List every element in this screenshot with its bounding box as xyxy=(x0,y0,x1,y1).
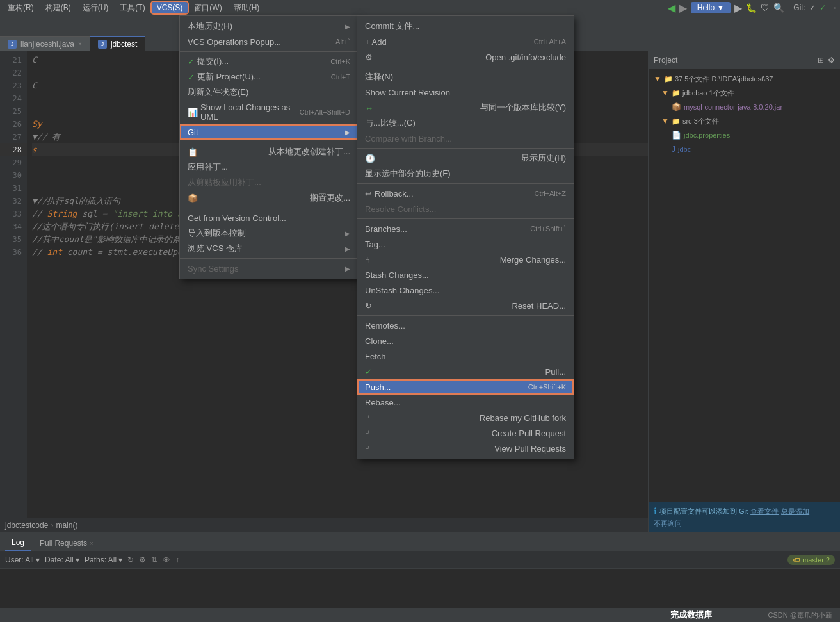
bottom-tab-log[interactable]: Log xyxy=(5,536,31,551)
vcs-menu-refresh[interactable]: 刷新文件状态(E) xyxy=(180,85,358,100)
info-link-view[interactable]: 查看文件 xyxy=(750,507,779,516)
git-show-selected-history[interactable]: 显示选中部分的历史(F) xyxy=(357,166,574,181)
menu-window[interactable]: 窗口(W) xyxy=(189,1,227,15)
vcs-menu-create-patch[interactable]: 📋 从本地更改创建补丁... xyxy=(180,144,358,160)
git-branches[interactable]: Branches... Ctrl+Shift+` xyxy=(357,221,574,236)
git-clone[interactable]: Clone... xyxy=(357,333,574,348)
git-open-exclude[interactable]: ⚙ Open .git/info/exclude xyxy=(357,49,574,65)
tree-item-jdbc[interactable]: J jdbc xyxy=(649,142,840,156)
tab-lianjieceshi[interactable]: J lianjieceshi.java × xyxy=(0,36,90,51)
tree-item-jar[interactable]: 📦 mysql-connector-java-8.0.20.jar xyxy=(649,100,840,114)
tree-item-37[interactable]: ▼ 📁 37 5个文件 D:\IDEA\jdbctest\37 xyxy=(649,72,840,86)
breadcrumb-item-2[interactable]: main() xyxy=(56,521,77,530)
user-filter[interactable]: User: All ▾ xyxy=(5,555,40,564)
git-fetch[interactable]: Fetch xyxy=(357,348,574,364)
jar-label: mysql-connector-java-8.0.20.jar xyxy=(684,103,782,111)
git-compare-same[interactable]: ↔ 与同一个版本库比较(Y) xyxy=(357,100,574,115)
git-branch-label: master 2 xyxy=(802,556,830,564)
git-merge[interactable]: ⑃ Merge Changes... xyxy=(357,252,574,267)
vcs-menu-operations-popup[interactable]: VCS Operations Popup... Alt+` xyxy=(180,34,358,49)
menu-tools[interactable]: 工具(T) xyxy=(115,1,150,15)
git-check2[interactable]: ✓ xyxy=(820,3,826,12)
vcs-menu-apply-patch[interactable]: 应用补丁... xyxy=(180,160,358,175)
git-commit-file-label: Commit 文件... xyxy=(365,20,419,32)
git-create-pr[interactable]: ⑂ Create Pull Request xyxy=(357,425,574,441)
ops-popup-label: VCS Operations Popup... xyxy=(188,37,281,47)
uml-icon: 📊 xyxy=(188,108,198,117)
vcs-menu-get-from-vc[interactable]: Get from Version Control... xyxy=(180,210,358,225)
vcs-menu-shelve[interactable]: 📦 搁置更改... xyxy=(180,190,358,206)
git-annotate[interactable]: 注释(N) xyxy=(357,69,574,85)
java-icon: J xyxy=(672,145,675,154)
push-btn2[interactable]: ↑ xyxy=(175,555,179,564)
bottom-tabs: Log Pull Requests × xyxy=(0,533,840,551)
nav-forward-btn[interactable]: ▶ xyxy=(679,2,687,14)
git-show-revision-label: Show Current Revision xyxy=(365,88,450,97)
collapse-btn[interactable]: ⇅ xyxy=(151,555,158,564)
refresh-log-btn[interactable]: ↻ xyxy=(127,555,134,564)
paths-filter[interactable]: Paths: All ▾ xyxy=(85,555,122,564)
git-pull[interactable]: ✓ Pull... xyxy=(357,364,574,379)
git-remotes[interactable]: Remotes... xyxy=(357,318,574,333)
git-commit-file[interactable]: Commit 文件... xyxy=(357,19,574,34)
right-panel-settings-btn[interactable]: ⚙ xyxy=(828,56,835,65)
right-panel-expand-btn[interactable]: ⊞ xyxy=(818,56,824,65)
menu-vcs[interactable]: VCS(S) xyxy=(152,2,188,13)
git-reset-head[interactable]: ↻ Reset HEAD... xyxy=(357,298,574,313)
eye-btn[interactable]: 👁 xyxy=(163,555,170,564)
git-compare-branch[interactable]: Compare with Branch... xyxy=(357,131,574,146)
vcs-menu-sync[interactable]: Sync Settings ▶ xyxy=(180,261,358,276)
git-rebase-fork[interactable]: ⑂ Rebase my GitHub fork xyxy=(357,410,574,425)
git-resolve-conflicts[interactable]: Resolve Conflicts... xyxy=(357,201,574,217)
breadcrumb-item-1[interactable]: jdbctestcode xyxy=(5,521,48,530)
vcs-menu-git[interactable]: Git ▶ xyxy=(180,124,358,140)
git-add[interactable]: + Add Ctrl+Alt+A xyxy=(357,34,574,49)
hello-dropdown[interactable]: Hello ▼ xyxy=(691,2,731,13)
git-show-current-revision[interactable]: Show Current Revision xyxy=(357,85,574,100)
tree-item-jdbc-props[interactable]: 📄 jdbc.properties xyxy=(649,128,840,142)
git-unstash[interactable]: UnStash Changes... xyxy=(357,282,574,298)
git-rollback[interactable]: ↩ Rollback... Ctrl+Alt+Z xyxy=(357,186,574,201)
git-view-prs[interactable]: ⑂ View Pull Requests xyxy=(357,441,574,456)
search-btn[interactable]: 🔍 xyxy=(773,3,784,13)
git-merge-label: Merge Changes... xyxy=(500,255,566,265)
menu-run[interactable]: 运行(U) xyxy=(77,1,114,15)
git-push[interactable]: Push... Ctrl+Shift+K xyxy=(357,379,574,395)
vcs-menu-browse[interactable]: 浏览 VCS 仓库 ▶ xyxy=(180,241,358,256)
tree-item-jdbcbao[interactable]: ▼ 📁 jdbcbao 1个文件 xyxy=(649,86,840,100)
menu-help[interactable]: 帮助(H) xyxy=(229,1,265,15)
git-sep2 xyxy=(357,148,574,149)
debug-btn[interactable]: 🐛 xyxy=(746,3,757,13)
git-rebase[interactable]: Rebase... xyxy=(357,395,574,410)
git-compare-with[interactable]: 与...比较...(C) xyxy=(357,115,574,131)
menu-build[interactable]: 构建(B) xyxy=(40,1,76,15)
props-icon: 📄 xyxy=(672,131,681,140)
git-check1[interactable]: ✓ xyxy=(809,3,816,12)
sep6 xyxy=(180,258,358,259)
nav-back-btn[interactable]: ◀ xyxy=(668,2,675,14)
git-tag[interactable]: Tag... xyxy=(357,236,574,252)
vcs-menu-local-history[interactable]: 本地历史(H) ▶ xyxy=(180,19,358,34)
git-show-history[interactable]: 🕐 显示历史(H) xyxy=(357,151,574,166)
filter-btn[interactable]: ⚙ xyxy=(139,555,146,564)
line-num-34: 34 xyxy=(0,220,27,233)
tree-item-src[interactable]: ▼ 📁 src 3个文件 xyxy=(649,114,840,128)
tab-close-lianjieceshi[interactable]: × xyxy=(78,40,82,47)
tab-jdbctest[interactable]: J jdbctest xyxy=(90,36,145,51)
bottom-tab-pullrequests[interactable]: Pull Requests × xyxy=(33,536,100,551)
vcs-menu-commit[interactable]: ✓ 提交(I)... Ctrl+K xyxy=(180,54,358,69)
vcs-menu-uml[interactable]: 📊 Show Local Changes as UML Ctrl+Alt+Shi… xyxy=(180,104,358,120)
git-arrow[interactable]: → xyxy=(830,3,837,12)
bottom-tab-pr-close[interactable]: × xyxy=(90,540,93,547)
date-filter[interactable]: Date: All ▾ xyxy=(45,555,79,564)
info-link-never[interactable]: 不再询问 xyxy=(654,519,682,528)
vcs-menu-update[interactable]: ✓ 更新 Project(U)... Ctrl+T xyxy=(180,69,358,85)
update-check-icon: ✓ xyxy=(188,72,195,82)
menu-reconstruct[interactable]: 重构(R) xyxy=(3,1,39,15)
vcs-menu-apply-clipboard[interactable]: 从剪贴板应用补丁... xyxy=(180,175,358,190)
run-btn[interactable]: ▶ xyxy=(734,2,742,14)
info-link-always[interactable]: 总是添加 xyxy=(781,507,809,516)
coverage-btn[interactable]: 🛡 xyxy=(761,3,770,13)
vcs-menu-import[interactable]: 导入到版本控制 ▶ xyxy=(180,225,358,241)
git-stash[interactable]: Stash Changes... xyxy=(357,267,574,282)
